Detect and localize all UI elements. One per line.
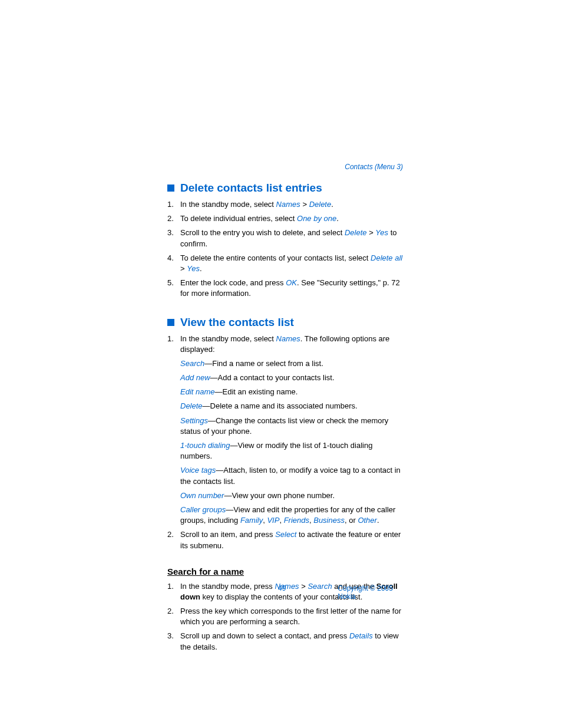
heading-search-name: Search for a name: [167, 566, 403, 577]
option-item: Settings—Change the contacts list view o…: [180, 416, 403, 437]
page-number: 49: [278, 584, 286, 601]
list-item: Press the key which corresponds to the f…: [167, 606, 403, 627]
delete-contacts-steps: In the standby mode, select Names > Dele…: [167, 199, 403, 299]
list-item: Scroll up and down to select a contact, …: [167, 631, 403, 652]
list-item: Enter the lock code, and press OK. See "…: [167, 278, 403, 299]
option-item: Edit name—Edit an existing name.: [180, 387, 403, 397]
list-item: To delete individual entries, select One…: [167, 213, 403, 224]
option-item-caller-groups: Caller groups—View and edit the properti…: [180, 505, 403, 526]
option-item: Delete—Delete a name and its associated …: [180, 401, 403, 411]
option-item: Search—Find a name or select from a list…: [180, 358, 403, 369]
option-item: Add new—Add a contact to your contacts l…: [180, 373, 403, 383]
options-list: Search—Find a name or select from a list…: [180, 358, 403, 526]
header-section-link[interactable]: Contacts (Menu 3): [167, 163, 403, 171]
list-item: In the standby mode, select Names. The f…: [167, 334, 403, 526]
list-item: In the standby mode, select Names > Dele…: [167, 199, 403, 210]
list-item: Scroll to an item, and press Select to a…: [167, 529, 403, 551]
page-footer: 49 Copyright © 2005 Nokia: [167, 584, 403, 601]
copyright-text: Copyright © 2005 Nokia: [338, 584, 403, 601]
option-item: Own number—View your own phone number.: [180, 490, 403, 501]
heading-view-contacts: View the contacts list: [167, 316, 403, 329]
page-content: Contacts (Menu 3) Delete contacts list e…: [167, 163, 403, 656]
view-contacts-steps: In the standby mode, select Names. The f…: [167, 334, 403, 551]
heading-delete-contacts: Delete contacts list entries: [167, 182, 403, 195]
option-item: 1-touch dialing—View or modify the list …: [180, 440, 403, 462]
square-bullet-icon: [167, 185, 174, 192]
option-item: Voice tags—Attach, listen to, or modify …: [180, 465, 403, 486]
square-bullet-icon: [167, 319, 174, 326]
list-item: Scroll to the entry you wish to delete, …: [167, 228, 403, 249]
list-item: To delete the entire contents of your co…: [167, 253, 403, 274]
